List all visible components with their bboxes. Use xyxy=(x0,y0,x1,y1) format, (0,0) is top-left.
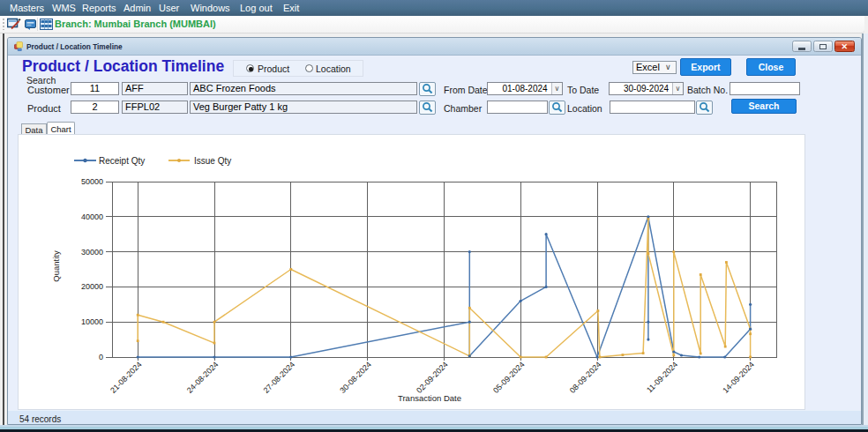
svg-text:Issue Qty: Issue Qty xyxy=(194,156,231,166)
svg-text:11-09-2024: 11-09-2024 xyxy=(645,360,679,394)
svg-text:24-08-2024: 24-08-2024 xyxy=(185,360,221,395)
svg-text:40000: 40000 xyxy=(81,212,103,221)
svg-text:21-08-2024: 21-08-2024 xyxy=(108,360,144,395)
svg-text:50000: 50000 xyxy=(81,177,103,186)
svg-text:27-08-2024: 27-08-2024 xyxy=(262,360,297,395)
svg-text:02-09-2024: 02-09-2024 xyxy=(415,360,450,395)
svg-text:20000: 20000 xyxy=(81,282,103,291)
svg-text:Quantity: Quantity xyxy=(51,250,61,282)
svg-text:Receipt Qty: Receipt Qty xyxy=(99,156,145,166)
svg-text:30000: 30000 xyxy=(81,248,103,257)
svg-text:Transaction Date: Transaction Date xyxy=(398,393,461,403)
svg-text:08-09-2024: 08-09-2024 xyxy=(568,360,603,395)
svg-text:0: 0 xyxy=(99,353,103,361)
svg-text:14-09-2024: 14-09-2024 xyxy=(721,360,756,395)
svg-text:10000: 10000 xyxy=(81,317,103,326)
svg-text:30-08-2024: 30-08-2024 xyxy=(338,360,373,395)
svg-text:05-09-2024: 05-09-2024 xyxy=(491,360,527,395)
